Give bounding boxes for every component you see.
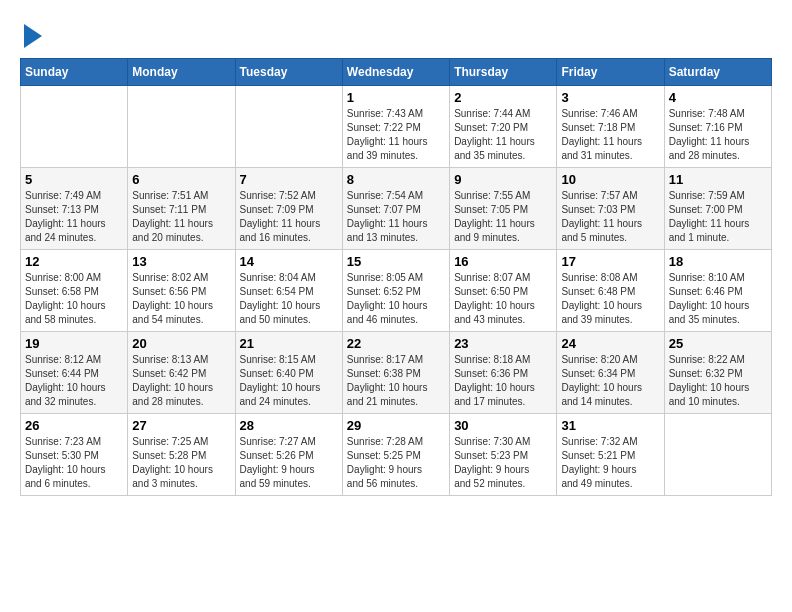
weekday-header-saturday: Saturday [664, 59, 771, 86]
calendar-week-row: 19Sunrise: 8:12 AM Sunset: 6:44 PM Dayli… [21, 332, 772, 414]
day-number: 19 [25, 336, 123, 351]
weekday-header-sunday: Sunday [21, 59, 128, 86]
day-info: Sunrise: 8:22 AM Sunset: 6:32 PM Dayligh… [669, 353, 767, 409]
day-number: 25 [669, 336, 767, 351]
calendar-cell: 29Sunrise: 7:28 AM Sunset: 5:25 PM Dayli… [342, 414, 449, 496]
calendar-cell: 9Sunrise: 7:55 AM Sunset: 7:05 PM Daylig… [450, 168, 557, 250]
day-number: 26 [25, 418, 123, 433]
day-info: Sunrise: 8:12 AM Sunset: 6:44 PM Dayligh… [25, 353, 123, 409]
calendar-cell: 11Sunrise: 7:59 AM Sunset: 7:00 PM Dayli… [664, 168, 771, 250]
calendar-cell: 16Sunrise: 8:07 AM Sunset: 6:50 PM Dayli… [450, 250, 557, 332]
weekday-header-friday: Friday [557, 59, 664, 86]
calendar-cell: 6Sunrise: 7:51 AM Sunset: 7:11 PM Daylig… [128, 168, 235, 250]
calendar-week-row: 1Sunrise: 7:43 AM Sunset: 7:22 PM Daylig… [21, 86, 772, 168]
day-info: Sunrise: 8:07 AM Sunset: 6:50 PM Dayligh… [454, 271, 552, 327]
day-number: 28 [240, 418, 338, 433]
day-info: Sunrise: 8:02 AM Sunset: 6:56 PM Dayligh… [132, 271, 230, 327]
day-info: Sunrise: 8:20 AM Sunset: 6:34 PM Dayligh… [561, 353, 659, 409]
day-info: Sunrise: 8:08 AM Sunset: 6:48 PM Dayligh… [561, 271, 659, 327]
calendar-cell: 1Sunrise: 7:43 AM Sunset: 7:22 PM Daylig… [342, 86, 449, 168]
logo [20, 20, 42, 48]
day-number: 30 [454, 418, 552, 433]
calendar-cell: 7Sunrise: 7:52 AM Sunset: 7:09 PM Daylig… [235, 168, 342, 250]
calendar-cell: 2Sunrise: 7:44 AM Sunset: 7:20 PM Daylig… [450, 86, 557, 168]
day-info: Sunrise: 7:46 AM Sunset: 7:18 PM Dayligh… [561, 107, 659, 163]
page-container: SundayMondayTuesdayWednesdayThursdayFrid… [20, 20, 772, 496]
day-number: 23 [454, 336, 552, 351]
day-number: 24 [561, 336, 659, 351]
day-number: 22 [347, 336, 445, 351]
day-info: Sunrise: 8:04 AM Sunset: 6:54 PM Dayligh… [240, 271, 338, 327]
day-info: Sunrise: 7:23 AM Sunset: 5:30 PM Dayligh… [25, 435, 123, 491]
day-number: 17 [561, 254, 659, 269]
day-number: 3 [561, 90, 659, 105]
day-info: Sunrise: 8:00 AM Sunset: 6:58 PM Dayligh… [25, 271, 123, 327]
day-number: 12 [25, 254, 123, 269]
calendar-cell: 31Sunrise: 7:32 AM Sunset: 5:21 PM Dayli… [557, 414, 664, 496]
calendar-cell: 22Sunrise: 8:17 AM Sunset: 6:38 PM Dayli… [342, 332, 449, 414]
weekday-row: SundayMondayTuesdayWednesdayThursdayFrid… [21, 59, 772, 86]
calendar-cell: 13Sunrise: 8:02 AM Sunset: 6:56 PM Dayli… [128, 250, 235, 332]
day-info: Sunrise: 7:25 AM Sunset: 5:28 PM Dayligh… [132, 435, 230, 491]
calendar-cell: 17Sunrise: 8:08 AM Sunset: 6:48 PM Dayli… [557, 250, 664, 332]
day-info: Sunrise: 7:49 AM Sunset: 7:13 PM Dayligh… [25, 189, 123, 245]
day-number: 6 [132, 172, 230, 187]
calendar-week-row: 26Sunrise: 7:23 AM Sunset: 5:30 PM Dayli… [21, 414, 772, 496]
calendar-cell: 21Sunrise: 8:15 AM Sunset: 6:40 PM Dayli… [235, 332, 342, 414]
calendar-cell: 19Sunrise: 8:12 AM Sunset: 6:44 PM Dayli… [21, 332, 128, 414]
calendar-cell: 10Sunrise: 7:57 AM Sunset: 7:03 PM Dayli… [557, 168, 664, 250]
calendar-cell: 4Sunrise: 7:48 AM Sunset: 7:16 PM Daylig… [664, 86, 771, 168]
calendar-cell: 25Sunrise: 8:22 AM Sunset: 6:32 PM Dayli… [664, 332, 771, 414]
calendar-cell: 14Sunrise: 8:04 AM Sunset: 6:54 PM Dayli… [235, 250, 342, 332]
day-number: 2 [454, 90, 552, 105]
day-number: 14 [240, 254, 338, 269]
day-number: 11 [669, 172, 767, 187]
weekday-header-monday: Monday [128, 59, 235, 86]
calendar-cell: 8Sunrise: 7:54 AM Sunset: 7:07 PM Daylig… [342, 168, 449, 250]
day-number: 8 [347, 172, 445, 187]
day-info: Sunrise: 8:15 AM Sunset: 6:40 PM Dayligh… [240, 353, 338, 409]
calendar-cell [664, 414, 771, 496]
day-number: 13 [132, 254, 230, 269]
day-info: Sunrise: 7:57 AM Sunset: 7:03 PM Dayligh… [561, 189, 659, 245]
calendar-body: 1Sunrise: 7:43 AM Sunset: 7:22 PM Daylig… [21, 86, 772, 496]
day-number: 7 [240, 172, 338, 187]
calendar-cell: 5Sunrise: 7:49 AM Sunset: 7:13 PM Daylig… [21, 168, 128, 250]
calendar-cell: 24Sunrise: 8:20 AM Sunset: 6:34 PM Dayli… [557, 332, 664, 414]
calendar-week-row: 12Sunrise: 8:00 AM Sunset: 6:58 PM Dayli… [21, 250, 772, 332]
calendar-cell: 12Sunrise: 8:00 AM Sunset: 6:58 PM Dayli… [21, 250, 128, 332]
calendar-cell [21, 86, 128, 168]
day-info: Sunrise: 7:30 AM Sunset: 5:23 PM Dayligh… [454, 435, 552, 491]
day-info: Sunrise: 7:51 AM Sunset: 7:11 PM Dayligh… [132, 189, 230, 245]
day-info: Sunrise: 7:44 AM Sunset: 7:20 PM Dayligh… [454, 107, 552, 163]
calendar-cell [235, 86, 342, 168]
day-info: Sunrise: 7:28 AM Sunset: 5:25 PM Dayligh… [347, 435, 445, 491]
day-info: Sunrise: 8:17 AM Sunset: 6:38 PM Dayligh… [347, 353, 445, 409]
day-info: Sunrise: 7:59 AM Sunset: 7:00 PM Dayligh… [669, 189, 767, 245]
calendar-cell: 20Sunrise: 8:13 AM Sunset: 6:42 PM Dayli… [128, 332, 235, 414]
logo-arrow-icon [24, 24, 42, 48]
calendar-cell: 15Sunrise: 8:05 AM Sunset: 6:52 PM Dayli… [342, 250, 449, 332]
day-number: 21 [240, 336, 338, 351]
day-number: 1 [347, 90, 445, 105]
day-number: 29 [347, 418, 445, 433]
day-number: 4 [669, 90, 767, 105]
day-info: Sunrise: 7:27 AM Sunset: 5:26 PM Dayligh… [240, 435, 338, 491]
day-info: Sunrise: 7:55 AM Sunset: 7:05 PM Dayligh… [454, 189, 552, 245]
day-info: Sunrise: 8:05 AM Sunset: 6:52 PM Dayligh… [347, 271, 445, 327]
day-info: Sunrise: 8:13 AM Sunset: 6:42 PM Dayligh… [132, 353, 230, 409]
day-info: Sunrise: 7:52 AM Sunset: 7:09 PM Dayligh… [240, 189, 338, 245]
day-number: 9 [454, 172, 552, 187]
day-number: 5 [25, 172, 123, 187]
calendar-table: SundayMondayTuesdayWednesdayThursdayFrid… [20, 58, 772, 496]
calendar-cell: 18Sunrise: 8:10 AM Sunset: 6:46 PM Dayli… [664, 250, 771, 332]
day-info: Sunrise: 7:32 AM Sunset: 5:21 PM Dayligh… [561, 435, 659, 491]
calendar-header: SundayMondayTuesdayWednesdayThursdayFrid… [21, 59, 772, 86]
day-info: Sunrise: 8:10 AM Sunset: 6:46 PM Dayligh… [669, 271, 767, 327]
calendar-cell: 26Sunrise: 7:23 AM Sunset: 5:30 PM Dayli… [21, 414, 128, 496]
day-info: Sunrise: 8:18 AM Sunset: 6:36 PM Dayligh… [454, 353, 552, 409]
calendar-cell: 27Sunrise: 7:25 AM Sunset: 5:28 PM Dayli… [128, 414, 235, 496]
day-info: Sunrise: 7:43 AM Sunset: 7:22 PM Dayligh… [347, 107, 445, 163]
day-number: 15 [347, 254, 445, 269]
day-number: 18 [669, 254, 767, 269]
